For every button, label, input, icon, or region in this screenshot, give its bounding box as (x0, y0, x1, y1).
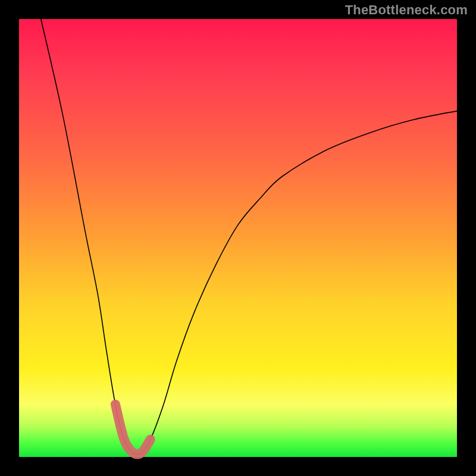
chart-frame: TheBottleneck.com (0, 0, 476, 476)
curve-svg (19, 19, 457, 457)
valley-highlight (115, 405, 151, 455)
watermark-text: TheBottleneck.com (345, 2, 468, 18)
bottleneck-curve (41, 19, 457, 454)
plot-area (19, 19, 457, 457)
